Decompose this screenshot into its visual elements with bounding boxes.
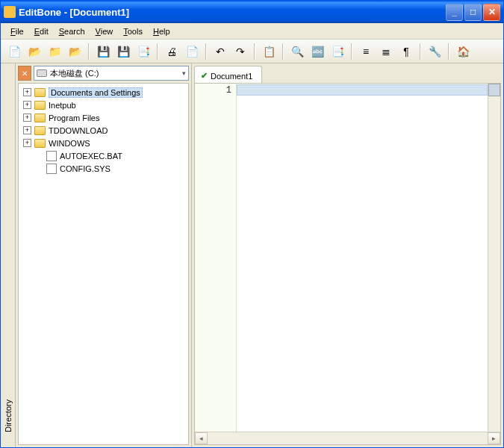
expand-icon[interactable]: + — [23, 126, 31, 134]
drive-icon — [37, 69, 47, 77]
expand-icon — [35, 164, 43, 172]
replace-icon[interactable]: 🔤 — [308, 43, 326, 60]
menu-edit[interactable]: Edit — [29, 25, 54, 37]
app-icon — [4, 6, 16, 18]
menu-tools[interactable]: Tools — [118, 25, 148, 37]
openall-icon[interactable]: 📁 — [46, 43, 63, 60]
tree-node[interactable]: CONFIG.SYS — [20, 162, 187, 175]
tools-icon[interactable]: 🔧 — [426, 43, 444, 60]
file-tree: +Documents and Settings+Inetpub+Program … — [18, 83, 189, 445]
bookmark-icon[interactable]: 📑 — [329, 43, 346, 60]
check-icon: ✔ — [201, 71, 208, 81]
menu-help[interactable]: Help — [148, 25, 175, 37]
expand-icon[interactable]: + — [23, 101, 31, 109]
tree-node[interactable]: +Inetpub — [20, 99, 187, 111]
menu-file[interactable]: File — [5, 25, 29, 37]
tree-label: WINDOWS — [49, 139, 90, 148]
numbers-icon[interactable]: ≣ — [377, 43, 395, 60]
tree-label: CONFIG.SYS — [60, 164, 111, 173]
expand-icon[interactable]: + — [23, 88, 31, 96]
home-icon[interactable]: 🏠 — [454, 43, 472, 60]
file-icon — [46, 151, 57, 161]
menubar: File Edit Search View Tools Help — [1, 23, 503, 40]
folder-icon — [34, 126, 46, 135]
current-line-highlight — [237, 84, 488, 96]
tree-node[interactable]: +Documents and Settings — [20, 86, 187, 99]
directory-sidetab[interactable]: Directory — [1, 63, 16, 447]
wrap-icon[interactable]: ≡ — [357, 43, 375, 60]
folder-icon — [34, 88, 46, 97]
save-icon[interactable]: 💾 — [94, 43, 112, 60]
expand-icon — [35, 152, 43, 160]
tree-label: Program Files — [49, 113, 99, 122]
tree-label: AUTOEXEC.BAT — [60, 152, 122, 161]
minimize-button[interactable]: _ — [446, 4, 463, 21]
window-title: EditBone - [Document1] — [19, 7, 129, 18]
close-button[interactable]: ✕ — [483, 4, 500, 21]
tree-node[interactable]: AUTOEXEC.BAT — [20, 149, 187, 162]
tree-node[interactable]: +Program Files — [20, 111, 187, 124]
folder-icon — [34, 101, 46, 110]
open-icon[interactable]: 📂 — [25, 43, 43, 60]
tab-label: Document1 — [211, 72, 252, 81]
drive-selector[interactable]: 本地磁盘 (C:) ▾ — [34, 66, 189, 81]
folder-icon — [34, 113, 46, 122]
saveall-icon[interactable]: 📑 — [134, 43, 152, 60]
saveas-icon[interactable]: 💾 — [114, 43, 132, 60]
horizontal-scrollbar[interactable]: ◂ ▸ — [195, 432, 500, 444]
line-gutter: 1 — [195, 84, 237, 432]
scroll-left-icon[interactable]: ◂ — [195, 432, 208, 444]
tree-label: TDDOWNLOAD — [49, 126, 108, 135]
new-icon[interactable]: 📄 — [5, 43, 23, 60]
toolbar: 📄 📂 📁 📂 💾 💾 📑 🖨 📄 ↶ ↷ 📋 🔍 🔤 📑 ≡ ≣ ¶ 🔧 🏠 — [1, 40, 503, 63]
preview-icon[interactable]: 📄 — [183, 43, 201, 60]
special-icon[interactable]: ¶ — [397, 43, 415, 60]
drive-label: 本地磁盘 (C:) — [50, 68, 99, 79]
menu-search[interactable]: Search — [54, 25, 90, 37]
file-icon — [46, 164, 57, 174]
vertical-scrollbar[interactable] — [488, 84, 500, 432]
redo-icon[interactable]: ↷ — [231, 43, 249, 60]
document-tab[interactable]: ✔ Document1 — [194, 66, 262, 83]
tree-label: Inetpub — [49, 101, 76, 110]
tree-node[interactable]: +WINDOWS — [20, 137, 187, 149]
scroll-right-icon[interactable]: ▸ — [488, 432, 500, 444]
reopen-icon[interactable]: 📂 — [66, 43, 84, 60]
tree-node[interactable]: +TDDOWNLOAD — [20, 124, 187, 137]
undo-icon[interactable]: ↶ — [211, 43, 229, 60]
info-icon[interactable]: 📋 — [260, 43, 278, 60]
menu-view[interactable]: View — [90, 25, 119, 37]
editor-textarea[interactable] — [237, 84, 488, 432]
close-panel-button[interactable]: ✕ — [18, 66, 31, 81]
chevron-down-icon: ▾ — [182, 69, 186, 77]
titlebar: EditBone - [Document1] _ □ ✕ — [1, 1, 503, 23]
expand-icon[interactable]: + — [23, 139, 31, 147]
maximize-button[interactable]: □ — [464, 4, 482, 21]
folder-icon — [34, 139, 46, 148]
expand-icon[interactable]: + — [23, 113, 31, 122]
find-icon[interactable]: 🔍 — [288, 43, 306, 60]
tree-label: Documents and Settings — [49, 87, 143, 98]
print-icon[interactable]: 🖨 — [163, 43, 181, 60]
